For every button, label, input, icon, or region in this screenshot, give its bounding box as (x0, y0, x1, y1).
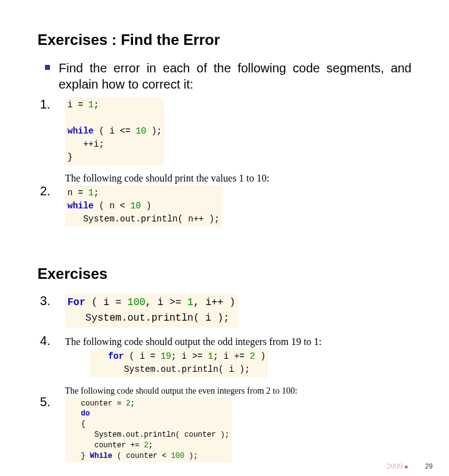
item-description: The following code should output the odd… (65, 336, 412, 347)
exercise-item-3: 3. For ( i = 100, i >= 1, i++ ) System.o… (37, 294, 412, 328)
item-number: 4. (37, 334, 65, 348)
code-block: n = 1; while ( n < 10 ) System.out.print… (65, 185, 222, 227)
code-block: for ( i = 19; i >= 1; i += 2 ) System.ou… (90, 349, 268, 377)
slide2-title: Exercises (37, 265, 412, 283)
dot-icon (405, 465, 408, 469)
exercise-item-1: 1. i = 1; while ( i <= 10 ); ++i; } (37, 97, 412, 165)
item-body: i = 1; while ( i <= 10 ); ++i; } (65, 97, 412, 165)
item-body: The following code should output the odd… (65, 334, 412, 377)
slide-2: Exercises 3. For ( i = 100, i >= 1, i++ … (0, 231, 449, 476)
item-number: 2. (37, 170, 65, 198)
code-block: For ( i = 100, i >= 1, i++ ) System.out.… (65, 294, 238, 328)
item-number: 1. (37, 97, 65, 112)
year-watermark: 2009 (387, 461, 408, 471)
item-number: 5. (37, 384, 65, 409)
slide1-title: Exercises : Find the Error (37, 31, 412, 49)
item-body: The following code should output the eve… (65, 384, 412, 463)
exercise-item-2: 2. The following code should print the v… (37, 170, 412, 227)
intro-text: Find the error in each of the following … (59, 60, 412, 92)
exercise-item-4: 4. The following code should output the … (37, 334, 412, 377)
page-number: 29 (425, 462, 433, 470)
item-description: The following code should print the valu… (65, 173, 412, 184)
intro-bullet: Find the error in each of the following … (37, 60, 412, 92)
item-body: The following code should print the valu… (65, 170, 412, 227)
item-number: 3. (37, 294, 65, 308)
item-description: The following code should output the eve… (65, 386, 412, 396)
bullet-square-icon (45, 65, 50, 70)
item-body: For ( i = 100, i >= 1, i++ ) System.out.… (65, 294, 412, 328)
slide-1: Exercises : Find the Error Find the erro… (0, 0, 449, 231)
code-block: i = 1; while ( i <= 10 ); ++i; } (65, 97, 164, 165)
exercise-item-5: 5. The following code should output the … (37, 384, 412, 463)
code-block: counter = 2; do { System.out.println( co… (65, 397, 232, 463)
